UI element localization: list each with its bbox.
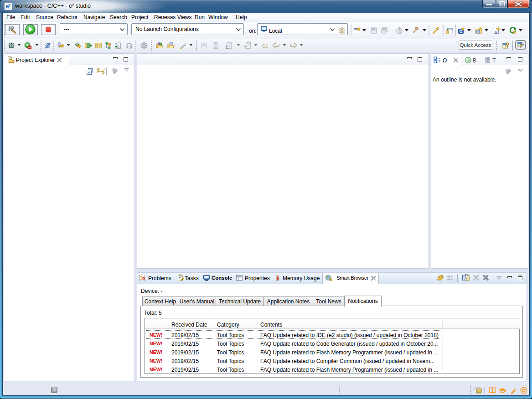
svg-text:C: C	[521, 44, 524, 48]
svg-text:c: c	[477, 30, 479, 33]
svg-text:c: c	[495, 30, 497, 34]
